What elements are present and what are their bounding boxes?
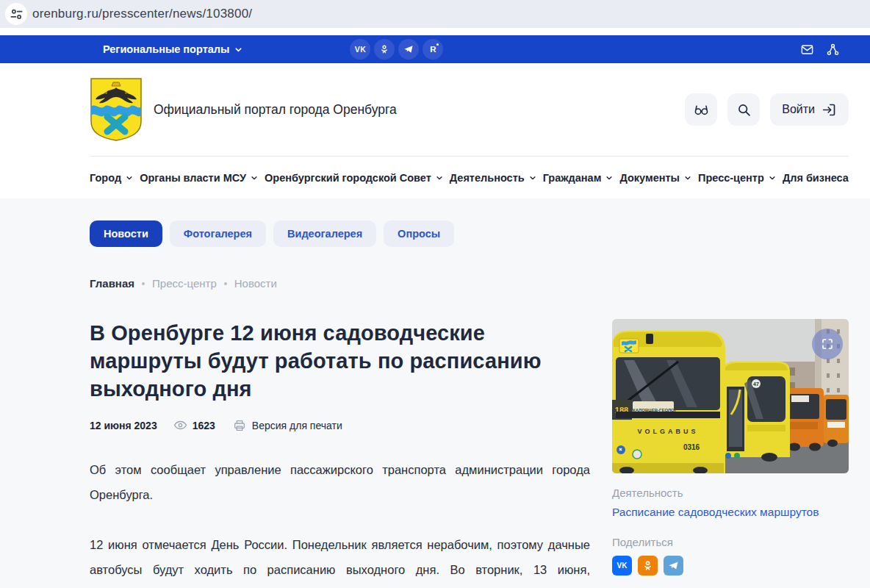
site-title: Официальный портал города Оренбурга: [154, 102, 685, 118]
nav-item-organy-vlasti[interactable]: Органы власти МСУ: [140, 172, 258, 184]
search-icon: [736, 102, 752, 118]
breadcrumb-novosti[interactable]: Новости: [234, 277, 277, 290]
share-odnoklassniki-icon[interactable]: [638, 556, 658, 576]
tab-novosti[interactable]: Новости: [90, 220, 162, 247]
chevron-down-icon: [234, 46, 242, 54]
url-text[interactable]: orenburg.ru/presscenter/news/103800/: [32, 7, 252, 21]
share-buttons: VK: [612, 556, 849, 576]
article-sidebar: 47: [612, 319, 849, 588]
article-title: В Оренбурге 12 июня садоводческие маршру…: [90, 319, 590, 403]
main-nav: Город Органы власти МСУ Оренбургский гор…: [90, 157, 849, 198]
news-photo-buses[interactable]: 47: [612, 319, 849, 473]
mail-icon[interactable]: [800, 43, 814, 57]
glasses-icon: [694, 102, 709, 118]
article-paragraph: 12 июня отмечается День России. Понедель…: [90, 532, 590, 588]
printer-icon: [233, 419, 246, 432]
tab-videogalereya[interactable]: Видеогалерея: [273, 220, 376, 247]
rutube-icon[interactable]: R: [423, 39, 443, 60]
topbar: Региональные порталы VK R: [0, 35, 870, 63]
login-icon: [822, 102, 837, 118]
city-coat-of-arms-logo[interactable]: [90, 77, 143, 142]
regional-portals-label: Региональные порталы: [103, 43, 229, 55]
share-vk-icon[interactable]: VK: [612, 556, 632, 576]
topbar-social-links: VK R: [350, 39, 443, 60]
nav-item-gorodskoy-sovet[interactable]: Оренбургский городской Совет: [265, 172, 443, 184]
views-counter: 1623: [173, 418, 215, 432]
browser-url-bar[interactable]: orenburg.ru/presscenter/news/103800/: [0, 0, 870, 28]
login-label: Войти: [782, 103, 815, 116]
article-date: 12 июня 2023: [90, 420, 157, 431]
login-button[interactable]: Войти: [770, 93, 849, 126]
fullscreen-expand-button[interactable]: [812, 329, 843, 359]
bus-board-number: 0316: [683, 443, 700, 451]
sitemap-icon[interactable]: [826, 43, 840, 57]
nav-item-dokumenty[interactable]: Документы: [619, 172, 691, 184]
nav-item-dlya-biznesa[interactable]: Для бизнеса: [783, 172, 849, 184]
site-header: Официальный портал города Оренбурга Войт…: [0, 63, 870, 198]
breadcrumb: Главная Пресс-центр Новости: [90, 277, 849, 290]
expand-icon: [821, 337, 834, 351]
activity-category-link[interactable]: Расписание садоводческих маршрутов: [612, 506, 849, 519]
article-meta: 12 июня 2023 1623 Версия для печати: [90, 418, 590, 432]
share-label: Поделиться: [612, 536, 849, 548]
nav-item-grazhdanam[interactable]: Гражданам: [543, 172, 614, 184]
regional-portals-dropdown[interactable]: Региональные порталы: [103, 43, 242, 55]
news-article: В Оренбурге 12 июня садоводческие маршру…: [90, 319, 590, 588]
tab-fotogalereya[interactable]: Фотогалерея: [170, 220, 266, 247]
telegram-icon[interactable]: [398, 39, 419, 60]
vk-icon[interactable]: VK: [350, 39, 370, 60]
search-button[interactable]: [727, 93, 760, 126]
nav-item-gorod[interactable]: Город: [90, 172, 133, 184]
article-body: Об этом сообщает управление пассажирског…: [90, 457, 590, 588]
accessibility-glasses-button[interactable]: [685, 93, 717, 126]
article-paragraph: Об этом сообщает управление пассажирског…: [90, 457, 590, 507]
section-tabs: Новости Фотогалерея Видеогалерея Опросы: [90, 220, 849, 247]
site-settings-icon[interactable]: [5, 3, 27, 25]
share-telegram-icon[interactable]: [664, 556, 683, 576]
print-version-link[interactable]: Версия для печати: [233, 419, 342, 432]
nav-item-press-centr[interactable]: Пресс-центр: [698, 172, 776, 184]
eye-icon: [173, 418, 187, 432]
activity-category-label: Деятельность: [612, 487, 849, 499]
tab-oprosy[interactable]: Опросы: [384, 220, 454, 247]
breadcrumb-press-centr[interactable]: Пресс-центр: [152, 277, 217, 290]
browser-gap: [0, 28, 870, 35]
nav-item-deyatelnost[interactable]: Деятельность: [450, 172, 536, 184]
svg-text:47: 47: [753, 381, 759, 387]
bus-brand-label: VOLGABUS: [637, 428, 698, 435]
breadcrumb-home[interactable]: Главная: [90, 277, 134, 290]
odnoklassniki-icon[interactable]: [374, 39, 395, 60]
